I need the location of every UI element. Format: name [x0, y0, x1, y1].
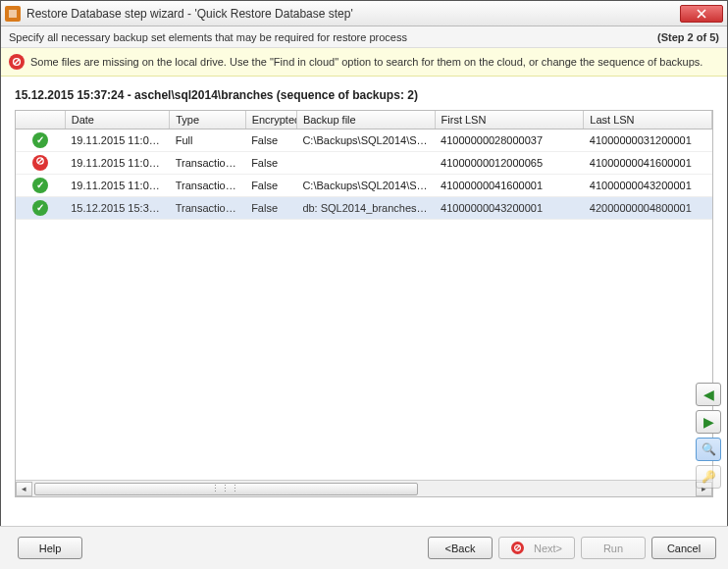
cell-encrypted: False	[245, 175, 296, 197]
cell-first-lsn: 41000000028000037	[435, 129, 584, 152]
cell-encrypted: False	[245, 129, 296, 152]
status-ok-icon: ✓	[32, 132, 48, 148]
arrow-left-icon: ◀	[703, 387, 714, 402]
run-button: Run	[581, 537, 646, 559]
cell-first-lsn: 41000000043200001	[435, 197, 584, 220]
magnifier-icon: 🔍	[702, 442, 716, 456]
arrow-right-icon: ▶	[703, 414, 714, 430]
close-button[interactable]	[680, 5, 723, 23]
next-label: Next>	[534, 543, 562, 554]
svg-line-8	[515, 545, 519, 549]
cell-type: Full	[170, 129, 245, 152]
table-row[interactable]: ✓19.11.2015 11:00:23FullFalseC:\Backups\…	[16, 129, 712, 152]
cell-last-lsn: 41000000043200001	[584, 175, 712, 197]
cell-backup-file: db: SQL2014_branches_Tra...	[296, 197, 435, 220]
subtitle-text: Specify all necessary backup set element…	[9, 31, 657, 43]
app-icon	[5, 6, 21, 22]
next-backup-button[interactable]: ▶	[696, 410, 721, 434]
horizontal-scrollbar[interactable]: ◂ ⋮⋮⋮ ▸	[16, 480, 712, 496]
cell-date: 15.12.2015 15:37:24	[65, 197, 170, 220]
cell-type: TransactionLog	[170, 197, 245, 220]
section-heading: 15.12.2015 15:37:24 - aschel\sql2014\bra…	[15, 88, 713, 102]
side-button-group: ◀ ▶ 🔍 🔑	[696, 383, 721, 489]
status-cell: ✓	[16, 175, 65, 197]
cell-encrypted: False	[245, 197, 296, 220]
next-button: Next>	[498, 537, 575, 559]
content-area: 15.12.2015 15:37:24 - aschel\sql2014\bra…	[1, 77, 727, 497]
cell-type: TransactionLog	[170, 152, 245, 175]
status-ok-icon: ✓	[32, 178, 48, 193]
cell-date: 19.11.2015 11:01:19	[65, 175, 170, 197]
prev-backup-button[interactable]: ◀	[696, 383, 721, 406]
warning-icon	[9, 54, 25, 70]
warning-message: Some files are missing on the local driv…	[30, 56, 702, 68]
col-backup-file[interactable]: Backup file	[296, 111, 435, 129]
backup-table: Date Type Encrypted Backup file First LS…	[16, 111, 712, 220]
encryption-key-button: 🔑	[696, 465, 721, 489]
cell-backup-file: C:\Backups\SQL2014\SQL20...	[296, 129, 435, 152]
cell-first-lsn: 41000000041600001	[435, 175, 584, 197]
status-cell: ✓	[16, 129, 65, 152]
cell-last-lsn: 41000000041600001	[584, 152, 712, 175]
col-first-lsn[interactable]: First LSN	[435, 111, 584, 129]
col-date[interactable]: Date	[65, 111, 170, 129]
cell-backup-file	[296, 152, 435, 175]
cell-last-lsn: 42000000004800001	[584, 197, 712, 220]
col-last-lsn[interactable]: Last LSN	[584, 111, 712, 129]
table-header-row: Date Type Encrypted Backup file First LS…	[16, 111, 712, 129]
cell-first-lsn: 41000000012000065	[435, 152, 584, 175]
cancel-button[interactable]: Cancel	[651, 537, 716, 559]
subtitle-bar: Specify all necessary backup set element…	[1, 26, 727, 48]
status-error-icon	[32, 155, 48, 171]
step-indicator: (Step 2 of 5)	[657, 31, 719, 43]
help-button[interactable]: Help	[18, 537, 82, 559]
footer: Help <Back Next> Run Cancel	[0, 526, 728, 569]
table-row[interactable]: ✓19.11.2015 11:01:19TransactionLogFalseC…	[16, 175, 712, 197]
cell-encrypted: False	[245, 152, 296, 175]
key-icon: 🔑	[702, 470, 716, 484]
svg-rect-0	[9, 10, 17, 18]
backup-table-container: Date Type Encrypted Backup file First LS…	[15, 110, 713, 497]
cell-date: 19.11.2015 11:01:08	[65, 152, 170, 175]
cell-last-lsn: 41000000031200001	[584, 129, 712, 152]
find-in-cloud-button[interactable]: 🔍	[696, 438, 721, 461]
col-type[interactable]: Type	[170, 111, 245, 129]
col-status[interactable]	[16, 111, 65, 129]
cell-backup-file: C:\Backups\SQL2014\SQL20...	[296, 175, 435, 197]
next-error-icon	[511, 542, 524, 554]
warning-bar: Some files are missing on the local driv…	[1, 48, 727, 77]
window-title: Restore Database step wizard - 'Quick Re…	[26, 7, 680, 21]
svg-line-6	[38, 159, 43, 164]
col-encrypted[interactable]: Encrypted	[245, 111, 296, 129]
status-ok-icon: ✓	[32, 200, 48, 216]
status-cell: ✓	[16, 197, 65, 220]
titlebar: Restore Database step wizard - 'Quick Re…	[1, 1, 727, 26]
cell-type: TransactionLog	[170, 175, 245, 197]
scroll-left-arrow[interactable]: ◂	[16, 482, 32, 496]
cell-date: 19.11.2015 11:00:23	[65, 129, 170, 152]
table-row[interactable]: ✓15.12.2015 15:37:24TransactionLogFalsed…	[16, 197, 712, 220]
table-row[interactable]: 19.11.2015 11:01:08TransactionLogFalse41…	[16, 152, 712, 175]
status-cell	[16, 152, 65, 175]
back-button[interactable]: <Back	[428, 537, 493, 559]
scroll-thumb[interactable]: ⋮⋮⋮	[34, 483, 418, 495]
svg-line-4	[15, 60, 20, 65]
